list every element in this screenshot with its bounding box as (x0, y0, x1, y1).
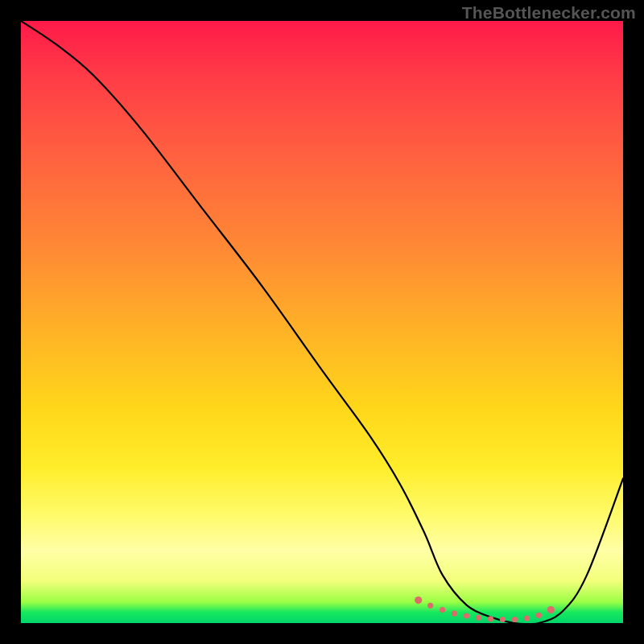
bottleneck-curve-svg (21, 21, 623, 623)
optimal-marker-dot (427, 603, 433, 609)
optimal-marker-dot (500, 617, 506, 622)
optimal-marker-dot (440, 607, 445, 613)
attribution-text: TheBottlenecker.com (462, 3, 636, 23)
optimal-marker-dot (512, 617, 518, 622)
optimal-marker-dot (488, 616, 493, 621)
optimal-marker-dot (536, 613, 542, 618)
bottleneck-curve (21, 21, 623, 623)
chart-frame: TheBottlenecker.com (0, 0, 644, 644)
optimal-marker-dot (476, 615, 481, 621)
optimal-marker-dot (452, 610, 457, 616)
optimal-marker-dot (524, 615, 530, 621)
plot-outer (21, 21, 623, 623)
optimal-marker-dot (464, 613, 469, 618)
optimal-marker-dot (547, 606, 555, 613)
optimal-range-markers (415, 597, 555, 622)
optimal-marker-dot (415, 597, 422, 604)
